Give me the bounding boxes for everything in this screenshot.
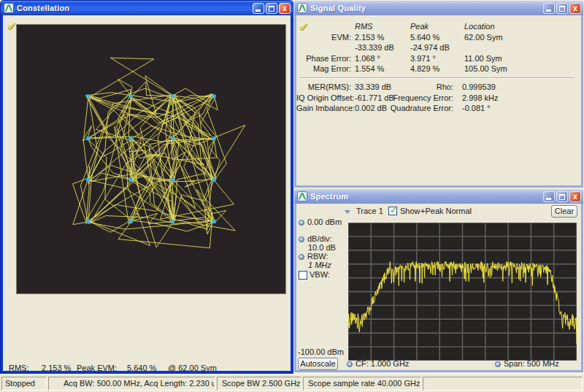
rbw-value: 1 MHz bbox=[308, 261, 331, 269]
constellation-titlebar[interactable]: Constellation x bbox=[1, 1, 293, 15]
window-title: Constellation bbox=[17, 4, 253, 12]
sq-row-mag-error: Mag Error: 1.554 % 4.829 % 105.00 Sym bbox=[296, 64, 578, 74]
window-title: Spectrum bbox=[310, 192, 543, 201]
sq-row-evm-db: -33.339 dB -24.974 dB bbox=[296, 43, 578, 53]
sq-row-evm: EVM: 2.153 % 5.640 % 62.00 Sym bbox=[296, 33, 578, 42]
constellation-status-row: RMS: 2.153 % Peak EVM: 5.640 % @ 62.00 S… bbox=[3, 364, 291, 371]
rbw-control[interactable]: RBW: bbox=[299, 252, 328, 261]
trace-selector[interactable]: Trace 1 bbox=[356, 207, 383, 215]
sq-row-iqoffset-freqerr: IQ Origin Offset: -61.771 dB Frequency E… bbox=[296, 93, 578, 103]
knob-icon bbox=[495, 361, 501, 367]
close-button[interactable]: x bbox=[569, 191, 581, 202]
minimize-button[interactable] bbox=[543, 3, 555, 14]
check-icon: ✓ bbox=[390, 205, 397, 215]
maximize-button[interactable] bbox=[556, 3, 568, 14]
vbw-label: VBW: bbox=[310, 270, 330, 279]
spectrum-plot[interactable] bbox=[348, 223, 577, 361]
rms-label: RMS: bbox=[9, 364, 29, 371]
signal-quality-window: Signal Quality x ✔ RMS Peak Location EVM… bbox=[294, 1, 583, 188]
knob-icon bbox=[299, 237, 304, 242]
status-acq-info: Acq BW: 500.00 MHz, Acq Length: 2.230 us bbox=[48, 377, 215, 391]
signal-quality-titlebar[interactable]: Signal Quality x bbox=[294, 1, 583, 15]
app-waveform-icon bbox=[297, 191, 307, 201]
app-waveform-icon bbox=[4, 3, 14, 13]
minimize-button[interactable] bbox=[253, 3, 264, 14]
knob-icon bbox=[347, 361, 353, 367]
status-bar: Stopped Acq BW: 500.00 MHz, Acq Length: … bbox=[0, 374, 584, 392]
constellation-window: Constellation x ✔ RMS: 2.153 % Peak EVM:… bbox=[1, 1, 293, 373]
y-axis-min-label: -100.00 dBm bbox=[298, 347, 344, 356]
sq-row-phase-error: Phase Error: 1.068 ° 3.971 ° 11.00 Sym bbox=[296, 54, 578, 64]
peak-evm-label: Peak EVM: bbox=[77, 364, 117, 371]
constellation-plot[interactable] bbox=[16, 24, 286, 294]
scale-control[interactable]: dB/div: bbox=[299, 234, 332, 243]
col-header-rms: RMS bbox=[355, 22, 372, 31]
ref-level-control[interactable]: 0.00 dBm bbox=[299, 218, 342, 226]
show-checkbox[interactable]: ✓ bbox=[388, 207, 397, 215]
sq-row-gain-quaderr: Gain Imbalance: 0.002 dB Quadrature Erro… bbox=[296, 104, 578, 113]
autoscale-button[interactable]: Autoscale bbox=[298, 358, 338, 370]
col-header-peak: Peak bbox=[410, 22, 429, 31]
knob-icon bbox=[299, 220, 304, 226]
close-button[interactable]: x bbox=[279, 3, 291, 14]
status-empty bbox=[423, 377, 583, 391]
app-waveform-icon bbox=[297, 3, 307, 13]
clear-button[interactable]: Clear bbox=[551, 205, 577, 218]
col-header-location: Location bbox=[464, 22, 495, 31]
status-sample-rate: Scope sample rate 40.000 GHz bbox=[303, 377, 421, 391]
close-icon: x bbox=[570, 4, 580, 13]
chevron-down-icon[interactable] bbox=[345, 210, 350, 214]
close-button[interactable]: x bbox=[569, 3, 581, 14]
spectrum-titlebar[interactable]: Spectrum x bbox=[294, 189, 583, 204]
scale-value: 10.0 dB bbox=[308, 243, 336, 252]
status-scope-bw: Scope BW 2.500 GHz bbox=[217, 377, 301, 391]
window-title: Signal Quality bbox=[310, 4, 543, 12]
sq-row-mer-rho: MER(RMS): 33.339 dB Rho: 0.999539 bbox=[296, 82, 578, 92]
separator bbox=[299, 77, 574, 79]
close-icon: x bbox=[280, 4, 290, 13]
peak-evm-location: @ 62.00 Sym bbox=[168, 364, 217, 371]
span-control[interactable]: Span: 500 MHz bbox=[495, 359, 559, 368]
detector-mode-label: +Peak Normal bbox=[420, 207, 472, 215]
center-frequency-control[interactable]: CF: 1.000 GHz bbox=[347, 359, 409, 368]
sq-column-headers: RMS Peak Location bbox=[296, 22, 578, 31]
show-label: Show bbox=[400, 207, 420, 215]
rms-value: 2.153 % bbox=[42, 364, 71, 371]
vbw-checkbox[interactable]: ✓ bbox=[299, 271, 307, 280]
vbw-control: ✓ VBW: bbox=[299, 270, 330, 280]
close-icon: x bbox=[570, 192, 580, 201]
maximize-button[interactable] bbox=[266, 3, 277, 14]
peak-evm-value: 5.640 % bbox=[127, 364, 156, 371]
measurement-enabled-check-icon: ✔ bbox=[7, 20, 16, 32]
knob-icon bbox=[299, 254, 304, 260]
status-run-state: Stopped bbox=[1, 377, 47, 391]
maximize-button[interactable] bbox=[556, 191, 568, 202]
minimize-button[interactable] bbox=[543, 191, 555, 202]
spectrum-window: Spectrum x Trace 1 ✓ Show +Peak Normal C… bbox=[294, 189, 583, 372]
